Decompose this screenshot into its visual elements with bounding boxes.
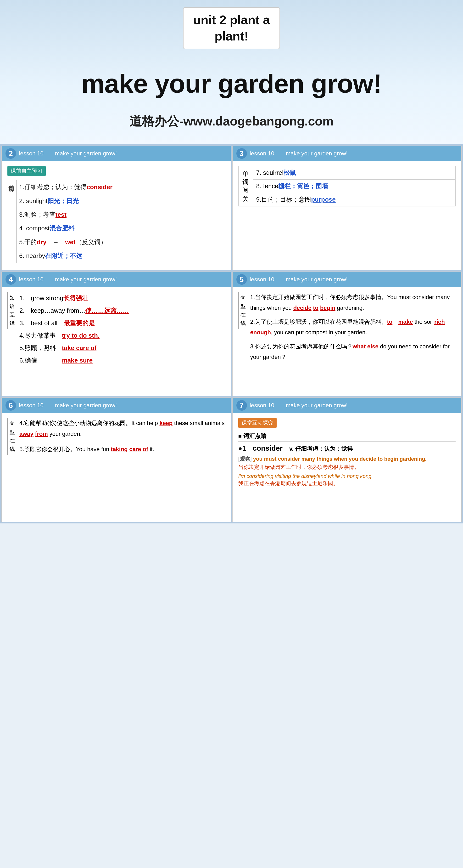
website-label: 道格办公-www.daogebangong.com [5, 113, 458, 130]
phrase-item-2: 2. keep…away from…使……远离…… [20, 304, 225, 317]
card-6: 6 lesson 10 make your garden grow! 句型在线 … [1, 398, 231, 522]
main-title: make your garden grow! [5, 68, 458, 99]
card-7: 7 lesson 10 make your garden grow! 课堂互动探… [232, 398, 462, 522]
card-6-header: 6 lesson 10 make your garden grow! [2, 398, 231, 413]
card-3-title: lesson 10 make your garden grow! [250, 150, 348, 157]
phrase-item-6: 6.确信 make sure [20, 354, 225, 367]
observe-label: [观察] you must consider many things when … [238, 456, 456, 463]
unit-title: unit 2 plant a plant! [193, 12, 270, 44]
card-3-item-8: 8. fence栅栏；篱笆；围墙 [253, 180, 456, 193]
card-3-item-9: 9.目的；目标；意图purpose [253, 193, 456, 207]
card-3-header: 3 lesson 10 make your garden grow! [233, 146, 462, 161]
card-2-header: 2 lesson 10 make your garden grow! [2, 146, 231, 161]
card-7-number: 7 [236, 400, 247, 411]
card-6-title: lesson 10 make your garden grow! [19, 402, 117, 409]
observe-cn-2: 我正在考虑在香港期间去参观迪士尼乐园。 [238, 480, 456, 487]
card-3-vocab-table: 单词阅关 7. squirrel松鼠 8. fence栅栏；篱笆；围墙 9.目的… [238, 166, 456, 207]
card-2-body: 课前自主预习 单词阅关 1.仔细考虑；认为；觉得consider 2. sunl… [2, 161, 231, 268]
card-4-phrase-table: 短语互译 1. grow strong长得强壮 2. keep…away fro… [7, 292, 225, 367]
card-2-vocab-content: 1.仔细考虑；认为；觉得consider 2. sunlight阳光；日光 3.… [19, 180, 225, 263]
card-3-number: 3 [236, 148, 247, 159]
observe-en-2: I'm considering visiting the disneyland … [238, 473, 456, 479]
card-6-body: 句型在线 4.它能帮助(你)使这些小动物远离你的花园。It can help k… [2, 413, 231, 460]
card-2-vocab-table: 单词阅关 1.仔细考虑；认为；觉得consider 2. sunlight阳光；… [7, 180, 225, 263]
card-7-header: 7 lesson 10 make your garden grow! [233, 398, 462, 413]
card-6-side-label: 句型在线 [7, 418, 17, 455]
card-7-sub-badge: ■ 词汇点睛 [238, 432, 456, 441]
card-5-body: 句型在线 1.当你决定开始做园艺工作时，你必须考虑很多事情。You must c… [233, 287, 462, 367]
cards-grid: 2 lesson 10 make your garden grow! 课前自主预… [0, 144, 463, 523]
card-4-body: 短语互译 1. grow strong长得强壮 2. keep…away fro… [2, 287, 231, 371]
card-4-number: 4 [5, 274, 16, 285]
card-4-content: 1. grow strong长得强壮 2. keep…away from…使……… [20, 292, 225, 367]
sentence-4: 4.它能帮助(你)使这些小动物远离你的花园。It can help keep t… [20, 418, 225, 439]
sentence-5: 5.照顾它你会很开心。You have fun taking care of i… [20, 444, 225, 455]
card-6-sentences: 4.它能帮助(你)使这些小动物远离你的花园。It can help keep t… [20, 418, 225, 455]
card-2: 2 lesson 10 make your garden grow! 课前自主预… [1, 146, 231, 270]
card-7-title: lesson 10 make your garden grow! [250, 402, 348, 409]
card-2-title: lesson 10 make your garden grow! [19, 150, 117, 157]
vocab-item-6: 6. nearby在附近；不远 [19, 249, 225, 263]
card-4-header: 4 lesson 10 make your garden grow! [2, 272, 231, 287]
card-4: 4 lesson 10 make your garden grow! 短语互译 … [1, 272, 231, 396]
card-7-body: 课堂互动探究 ■ 词汇点睛 ●1 consider v. 仔细考虑；认为；觉得 … [233, 413, 462, 492]
card-3-item-7: 7. squirrel松鼠 [253, 166, 456, 180]
card-5-number: 5 [236, 274, 247, 285]
card-3: 3 lesson 10 make your garden grow! 单词阅关 … [232, 146, 462, 270]
vocab-item-1: 1.仔细考虑；认为；觉得consider [19, 180, 225, 194]
card-5: 5 lesson 10 make your garden grow! 句型在线 … [232, 272, 462, 396]
card-5-title: lesson 10 make your garden grow! [250, 276, 348, 283]
sentence-3: 3.你还要为你的花园考虑其他的什么吗？what else do you need… [250, 341, 456, 363]
unit-title-line1: unit 2 plant a [193, 13, 270, 27]
unit-title-line2: plant! [214, 29, 249, 43]
observe-cn-1: 当你决定开始做园艺工作时，你必须考虑很多事情。 [238, 464, 456, 471]
card-3-body: 单词阅关 7. squirrel松鼠 8. fence栅栏；篱笆；围墙 9.目的… [233, 161, 462, 211]
phrase-item-3: 3. best of all 最重要的是 [20, 317, 225, 329]
vocab-item-3: 3.测验；考查test [19, 208, 225, 221]
card-6-number: 6 [5, 400, 16, 411]
card-2-badge: 课前自主预习 [7, 166, 46, 176]
phrase-item-5: 5.照顾，照料 take care of [20, 342, 225, 354]
card-4-labels: 短语互译 [7, 292, 17, 367]
table-row: 单词阅关 7. squirrel松鼠 [238, 166, 456, 180]
card-2-col-label: 单词阅关 [7, 180, 17, 263]
hero-section: unit 2 plant a plant! make your garden g… [0, 0, 463, 144]
vocab-item-2: 2. sunlight阳光；日光 [19, 194, 225, 208]
phrase-item-4: 4.尽力做某事 try to do sth. [20, 329, 225, 342]
card-5-header: 5 lesson 10 make your garden grow! [233, 272, 462, 287]
card-5-side-label: 句型在线 [238, 292, 248, 329]
card-6-sentence-table: 句型在线 4.它能帮助(你)使这些小动物远离你的花园。It can help k… [7, 418, 225, 455]
phrase-item-1: 1. grow strong长得强壮 [20, 292, 225, 304]
sentence-1: 1.当你决定开始做园艺工作时，你必须考虑很多事情。You must consid… [250, 292, 456, 313]
sentence-2: 2.为了使土壤是够肥沃，你可以在花园里施混合肥料。to make the soi… [250, 316, 456, 338]
card-7-badge: 课堂互动探究 [238, 418, 276, 428]
vocab-item-4: 4. compost混合肥料 [19, 221, 225, 235]
card-5-sentence-table: 句型在线 1.当你决定开始做园艺工作时，你必须考虑很多事情。You must c… [238, 292, 456, 362]
table-row: 9.目的；目标；意图purpose [238, 193, 456, 207]
unit-title-box: unit 2 plant a plant! [183, 7, 280, 49]
card-5-sentences: 1.当你决定开始做园艺工作时，你必须考虑很多事情。You must consid… [250, 292, 456, 362]
card-2-number: 2 [5, 148, 16, 159]
vocab-item-5: 5.干的dry → wet（反义词） [19, 236, 225, 249]
card-7-word-entry: ●1 consider v. 仔细考虑；认为；觉得 [238, 444, 456, 453]
table-row: 8. fence栅栏；篱笆；围墙 [238, 180, 456, 193]
card-4-title: lesson 10 make your garden grow! [19, 276, 117, 283]
card-3-left-label: 单词阅关 [238, 166, 253, 207]
label-phrase: 短语互译 [7, 292, 17, 329]
